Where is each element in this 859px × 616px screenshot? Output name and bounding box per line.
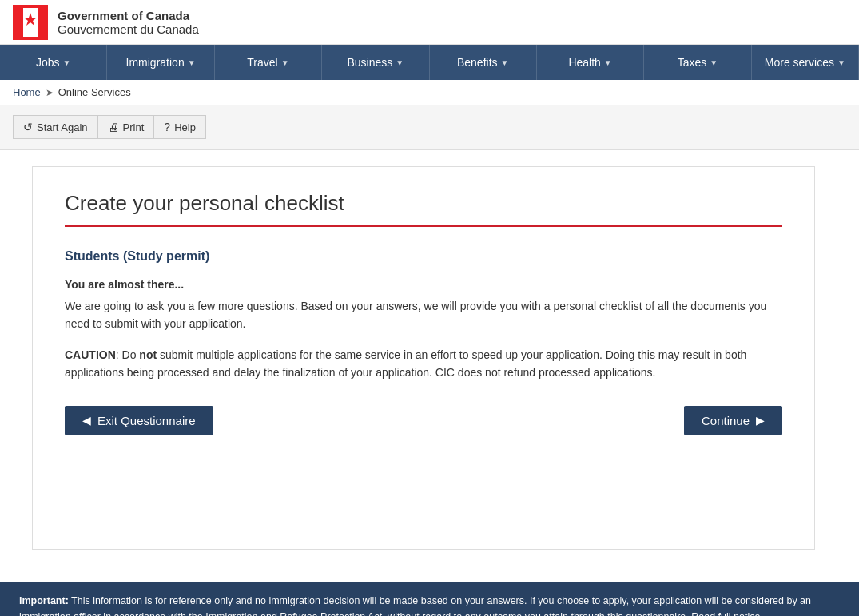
nav-jobs[interactable]: Jobs ▼ (0, 45, 107, 80)
button-row: Exit Questionnaire Continue (65, 406, 782, 435)
chevron-down-icon: ▼ (837, 58, 845, 67)
govt-name-fr: Gouvernement du Canada (58, 22, 199, 36)
content-card: Create your personal checklist Students … (32, 166, 815, 550)
logo-area: Government of Canada Gouvernement du Can… (13, 5, 199, 40)
chevron-down-icon: ▼ (710, 58, 718, 67)
important-label: Important: (19, 595, 69, 606)
government-name: Government of Canada Gouvernement du Can… (58, 9, 199, 36)
breadcrumb-home[interactable]: Home (13, 86, 41, 98)
print-button[interactable]: 🖨 Print (97, 115, 154, 139)
caution-paragraph: CAUTION: Do not submit multiple applicat… (65, 346, 782, 382)
nav-travel[interactable]: Travel ▼ (215, 45, 322, 80)
main-nav: Jobs ▼ Immigration ▼ Travel ▼ Business ▼… (0, 45, 859, 80)
main-content: Create your personal checklist Students … (0, 150, 847, 582)
caution-label: CAUTION (65, 348, 116, 361)
site-header: Government of Canada Gouvernement du Can… (0, 0, 859, 45)
breadcrumb-separator: ➤ (46, 87, 54, 98)
canada-flag-icon (13, 5, 48, 40)
refresh-icon: ↺ (23, 121, 33, 133)
nav-benefits[interactable]: Benefits ▼ (430, 45, 537, 80)
almost-there-heading: You are almost there... (65, 278, 782, 291)
chevron-down-icon: ▼ (396, 58, 404, 67)
intro-paragraph: We are going to ask you a few more quest… (65, 297, 782, 333)
caution-body: submit multiple applications for the sam… (65, 348, 746, 379)
breadcrumb-current: Online Services (58, 86, 131, 98)
help-button[interactable]: ? Help (153, 115, 206, 139)
read-full-notice-link[interactable]: Read full notice. (691, 611, 763, 616)
section-heading: Students (Study permit) (65, 249, 782, 264)
chevron-down-icon: ▼ (63, 58, 71, 67)
start-again-button[interactable]: ↺ Start Again (13, 115, 97, 139)
chevron-down-icon: ▼ (604, 58, 612, 67)
nav-business[interactable]: Business ▼ (322, 45, 429, 80)
toolbar: ↺ Start Again 🖨 Print ? Help (0, 105, 859, 150)
print-icon: 🖨 (108, 121, 119, 133)
continue-button[interactable]: Continue (684, 406, 782, 435)
govt-name-en: Government of Canada (58, 9, 199, 22)
nav-taxes[interactable]: Taxes ▼ (644, 45, 751, 80)
footer-bar: Important: This information is for refer… (0, 582, 859, 616)
breadcrumb: Home ➤ Online Services (0, 80, 859, 105)
nav-immigration[interactable]: Immigration ▼ (107, 45, 214, 80)
page-title: Create your personal checklist (65, 191, 782, 216)
help-icon: ? (164, 121, 170, 133)
chevron-down-icon: ▼ (281, 58, 289, 67)
not-emphasis: not (139, 348, 157, 361)
chevron-down-icon: ▼ (501, 58, 509, 67)
title-divider (65, 225, 782, 227)
exit-questionnaire-button[interactable]: Exit Questionnaire (65, 406, 213, 435)
nav-health[interactable]: Health ▼ (537, 45, 644, 80)
chevron-down-icon: ▼ (188, 58, 196, 67)
nav-more-services[interactable]: More services ▼ (752, 45, 859, 80)
